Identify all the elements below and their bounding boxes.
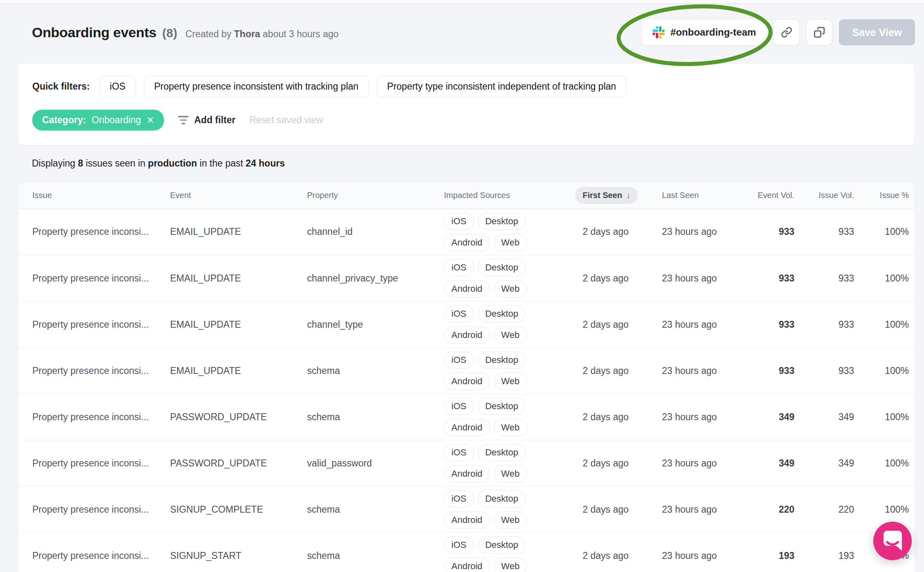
table-row[interactable]: Property presence inconsi... SIGNUP_COMP… <box>18 486 915 532</box>
event-cell: EMAIL_UPDATE <box>170 319 307 330</box>
source-chip: Web <box>494 280 527 297</box>
add-filter-button[interactable]: Add filter <box>178 115 235 126</box>
source-chip: Web <box>494 327 527 344</box>
last-seen-cell: 23 hours ago <box>662 319 740 330</box>
last-seen-cell: 23 hours ago <box>662 412 740 423</box>
impacted-sources-cell: iOSDesktopAndroidWeb <box>444 444 575 482</box>
table-row[interactable]: Property presence inconsi... EMAIL_UPDAT… <box>18 255 915 301</box>
first-seen-label: First Seen <box>583 191 622 200</box>
source-chip: Android <box>444 558 490 572</box>
issue-vol-cell: 933 <box>794 273 854 284</box>
created-by-name: Thora <box>234 29 260 39</box>
source-chip: iOS <box>444 398 474 415</box>
event-cell: EMAIL_UPDATE <box>170 226 307 237</box>
active-filters-row: Category: Onboarding ✕ Add filter Reset … <box>32 110 901 131</box>
first-seen-cell: 2 days ago <box>575 412 662 423</box>
issue-cell: Property presence inconsi... <box>32 365 170 376</box>
quick-filter-property-presence[interactable]: Property presence inconsistent with trac… <box>144 76 369 97</box>
first-seen-cell: 2 days ago <box>575 365 662 376</box>
source-chip: Web <box>494 419 527 436</box>
table-body: Property presence inconsi... EMAIL_UPDAT… <box>18 209 915 572</box>
table-row[interactable]: Property presence inconsi... EMAIL_UPDAT… <box>18 301 915 347</box>
issue-vol-cell: 933 <box>794 319 854 330</box>
summary-prefix: Displaying <box>32 158 75 169</box>
filter-lines-icon <box>178 116 188 124</box>
save-view-button[interactable]: Save View <box>839 19 915 45</box>
event-vol-cell: 933 <box>740 273 794 284</box>
impacted-sources-cell: iOSDesktopAndroidWeb <box>444 259 575 297</box>
issue-cell: Property presence inconsi... <box>32 226 170 237</box>
col-header-property[interactable]: Property <box>307 191 444 200</box>
issue-vol-cell: 349 <box>794 412 854 423</box>
issue-cell: Property presence inconsi... <box>32 273 170 284</box>
last-seen-cell: 23 hours ago <box>662 365 740 376</box>
issue-pct-cell: 100% <box>854 504 909 515</box>
table-row[interactable]: Property presence inconsi... SIGNUP_STAR… <box>18 532 915 572</box>
quick-filter-property-type[interactable]: Property type inconsistent independent o… <box>377 76 626 97</box>
event-cell: PASSWORD_UPDATE <box>170 412 307 423</box>
event-vol-cell: 933 <box>740 226 794 237</box>
table-row[interactable]: Property presence inconsi... EMAIL_UPDAT… <box>18 347 915 394</box>
reset-saved-view-button[interactable]: Reset saved view <box>249 115 323 126</box>
source-chip: iOS <box>444 444 474 461</box>
first-seen-cell: 2 days ago <box>575 458 662 469</box>
first-seen-cell: 2 days ago <box>575 504 662 515</box>
col-header-impacted-sources[interactable]: Impacted Sources <box>444 191 575 200</box>
property-cell: channel_id <box>307 226 444 237</box>
remove-filter-icon[interactable]: ✕ <box>147 116 154 125</box>
first-seen-sort-pill[interactable]: First Seen ↓ <box>575 187 638 204</box>
property-cell: channel_privacy_type <box>307 273 444 284</box>
issue-vol-cell: 220 <box>794 504 854 515</box>
category-filter-chip[interactable]: Category: Onboarding ✕ <box>32 110 164 131</box>
summary-mid2: in the past <box>200 158 243 169</box>
last-seen-cell: 23 hours ago <box>662 458 740 469</box>
table-row[interactable]: Property presence inconsi... PASSWORD_UP… <box>18 440 915 486</box>
property-cell: schema <box>307 550 444 561</box>
sort-desc-arrow-icon: ↓ <box>626 191 630 200</box>
event-vol-cell: 349 <box>740 412 794 423</box>
col-header-issue[interactable]: Issue <box>32 191 170 200</box>
last-seen-cell: 23 hours ago <box>662 226 740 237</box>
source-chip: Android <box>444 234 490 251</box>
created-by-time: about 3 hours ago <box>263 29 339 39</box>
col-header-event[interactable]: Event <box>170 191 307 200</box>
source-chip: iOS <box>444 305 474 322</box>
last-seen-cell: 23 hours ago <box>662 550 740 561</box>
col-header-last-seen[interactable]: Last Seen <box>662 191 740 200</box>
chat-bubble-icon <box>873 522 912 560</box>
quick-filter-ios[interactable]: iOS <box>100 76 136 97</box>
first-seen-cell: 2 days ago <box>575 550 662 561</box>
issue-pct-cell: 100% <box>854 412 909 423</box>
copy-link-button[interactable] <box>774 19 800 45</box>
source-chip: Web <box>494 558 527 572</box>
source-chip: iOS <box>444 536 474 554</box>
impacted-sources-cell: iOSDesktopAndroidWeb <box>444 213 575 251</box>
source-chip: iOS <box>444 213 474 230</box>
summary-environment: production <box>148 158 197 169</box>
duplicate-view-button[interactable] <box>806 19 832 45</box>
last-seen-cell: 23 hours ago <box>662 273 740 284</box>
slack-channel-button[interactable]: #onboarding-team <box>641 19 767 46</box>
source-chip: Desktop <box>478 305 526 322</box>
property-cell: channel_type <box>307 319 444 330</box>
impacted-sources-cell: iOSDesktopAndroidWeb <box>444 305 575 344</box>
issue-count-badge: (8) <box>162 26 177 40</box>
created-by-meta: Created by Thora about 3 hours ago <box>185 29 339 40</box>
col-header-first-seen[interactable]: First Seen ↓ <box>575 187 662 204</box>
chat-launcher-button[interactable] <box>873 522 912 560</box>
table-row[interactable]: Property presence inconsi... EMAIL_UPDAT… <box>18 209 915 255</box>
filters-card: Quick filters: iOS Property presence inc… <box>18 63 915 146</box>
source-chip: Android <box>444 511 490 529</box>
col-header-event-vol[interactable]: Event Vol. <box>740 191 794 200</box>
impacted-sources-cell: iOSDesktopAndroidWeb <box>444 351 575 390</box>
col-header-issue-pct[interactable]: Issue % <box>854 191 909 200</box>
event-vol-cell: 220 <box>740 504 794 515</box>
issue-vol-cell: 933 <box>794 226 854 237</box>
summary-count: 8 <box>78 158 83 169</box>
col-header-issue-vol[interactable]: Issue Vol. <box>794 191 854 200</box>
category-filter-value: Onboarding <box>92 115 141 126</box>
issue-pct-cell: 100% <box>854 365 909 376</box>
source-chip: Android <box>444 465 490 482</box>
issue-vol-cell: 349 <box>794 458 854 469</box>
table-row[interactable]: Property presence inconsi... PASSWORD_UP… <box>18 394 915 440</box>
